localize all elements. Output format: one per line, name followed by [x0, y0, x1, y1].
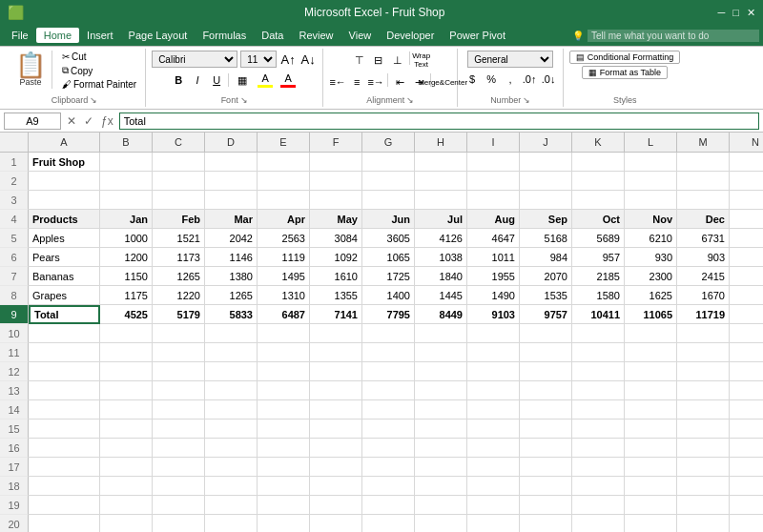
- menu-power-pivot[interactable]: Power Pivot: [442, 28, 513, 43]
- cell-j3[interactable]: [520, 191, 572, 210]
- cell-m11[interactable]: [677, 343, 730, 362]
- dec-inc-btn[interactable]: .0↑: [521, 71, 538, 88]
- cell-b17[interactable]: [100, 458, 153, 477]
- cell-i11[interactable]: [467, 343, 520, 362]
- cell-f18[interactable]: [310, 477, 362, 496]
- cell-g15[interactable]: [362, 419, 415, 439]
- cell-g11[interactable]: [362, 343, 415, 362]
- cell-j17[interactable]: [520, 458, 572, 477]
- cell-m5[interactable]: 6731: [677, 229, 730, 248]
- cell-m9[interactable]: 11719: [677, 305, 730, 324]
- cell-b5[interactable]: 1000: [100, 229, 153, 248]
- cell-m4[interactable]: Dec: [677, 210, 730, 229]
- align-right-btn[interactable]: ≡→: [367, 73, 384, 91]
- cell-i20[interactable]: [467, 515, 520, 532]
- menu-page-layout[interactable]: Page Layout: [121, 28, 196, 43]
- cell-c7[interactable]: 1265: [153, 267, 205, 286]
- cell-n17[interactable]: [730, 458, 763, 477]
- cell-m12[interactable]: [677, 362, 730, 381]
- col-header-b[interactable]: B: [100, 133, 153, 152]
- cell-i12[interactable]: [467, 362, 520, 381]
- cell-j1[interactable]: [520, 153, 572, 172]
- cell-l18[interactable]: [625, 477, 677, 496]
- cell-c1[interactable]: [153, 153, 205, 172]
- cell-j7[interactable]: 2070: [520, 267, 572, 286]
- cell-m3[interactable]: [677, 191, 730, 210]
- cell-f2[interactable]: [310, 172, 362, 191]
- cell-e7[interactable]: 1495: [258, 267, 310, 286]
- col-header-j[interactable]: J: [520, 133, 572, 152]
- cell-k11[interactable]: [572, 343, 625, 362]
- cell-n2[interactable]: [730, 172, 763, 191]
- cut-button[interactable]: ✂ Cut: [59, 51, 139, 63]
- cell-l3[interactable]: [625, 191, 677, 210]
- italic-button[interactable]: I: [189, 72, 206, 89]
- align-middle-btn[interactable]: ⊟: [370, 51, 387, 69]
- cell-n5[interactable]: [730, 229, 763, 248]
- cell-e10[interactable]: [258, 324, 310, 343]
- cell-c8[interactable]: 1220: [153, 286, 205, 305]
- cell-n7[interactable]: [730, 267, 763, 286]
- cell-b13[interactable]: [100, 381, 153, 400]
- cell-g16[interactable]: [362, 439, 415, 458]
- cell-b15[interactable]: [100, 419, 153, 439]
- cell-c17[interactable]: [153, 458, 205, 477]
- col-header-g[interactable]: G: [362, 133, 415, 152]
- cell-h3[interactable]: [415, 191, 467, 210]
- cell-a13[interactable]: [29, 381, 100, 400]
- underline-button[interactable]: U: [208, 72, 225, 89]
- cell-b14[interactable]: [100, 400, 153, 419]
- cell-h8[interactable]: 1445: [415, 286, 467, 305]
- cell-i3[interactable]: [467, 191, 520, 210]
- cell-c10[interactable]: [153, 324, 205, 343]
- col-header-f[interactable]: F: [310, 133, 362, 152]
- cell-m2[interactable]: [677, 172, 730, 191]
- cell-e20[interactable]: [258, 515, 310, 532]
- cell-c12[interactable]: [153, 362, 205, 381]
- cell-j8[interactable]: 1535: [520, 286, 572, 305]
- cell-j11[interactable]: [520, 343, 572, 362]
- cell-i14[interactable]: [467, 400, 520, 419]
- cell-d16[interactable]: [205, 439, 258, 458]
- cell-c14[interactable]: [153, 400, 205, 419]
- cell-i17[interactable]: [467, 458, 520, 477]
- cell-c19[interactable]: [153, 496, 205, 515]
- cell-m15[interactable]: [677, 419, 730, 439]
- cell-c3[interactable]: [153, 191, 205, 210]
- cell-k1[interactable]: [572, 153, 625, 172]
- cell-d8[interactable]: 1265: [205, 286, 258, 305]
- cell-d20[interactable]: [205, 515, 258, 532]
- cell-g19[interactable]: [362, 496, 415, 515]
- cell-g9[interactable]: 7795: [362, 305, 415, 324]
- number-format-select[interactable]: General: [467, 51, 553, 68]
- cell-k16[interactable]: [572, 439, 625, 458]
- cell-h2[interactable]: [415, 172, 467, 191]
- cell-a2[interactable]: [29, 172, 100, 191]
- cell-i10[interactable]: [467, 324, 520, 343]
- cell-n3[interactable]: [730, 191, 763, 210]
- cell-f9[interactable]: 7141: [310, 305, 362, 324]
- cell-h13[interactable]: [415, 381, 467, 400]
- cell-l13[interactable]: [625, 381, 677, 400]
- col-header-l[interactable]: L: [625, 133, 677, 152]
- cell-m10[interactable]: [677, 324, 730, 343]
- cell-m17[interactable]: [677, 458, 730, 477]
- formula-input[interactable]: [119, 113, 759, 130]
- cell-h9[interactable]: 8449: [415, 305, 467, 324]
- cell-d1[interactable]: [205, 153, 258, 172]
- cell-k10[interactable]: [572, 324, 625, 343]
- cell-e6[interactable]: 1119: [258, 248, 310, 267]
- cell-m1[interactable]: [677, 153, 730, 172]
- menu-file[interactable]: File: [4, 28, 36, 43]
- cell-a5[interactable]: Apples: [29, 229, 100, 248]
- cell-g7[interactable]: 1725: [362, 267, 415, 286]
- cell-l16[interactable]: [625, 439, 677, 458]
- cell-j20[interactable]: [520, 515, 572, 532]
- cell-f6[interactable]: 1092: [310, 248, 362, 267]
- cell-l5[interactable]: 6210: [625, 229, 677, 248]
- cell-h6[interactable]: 1038: [415, 248, 467, 267]
- insert-function-icon[interactable]: ƒx: [99, 114, 115, 128]
- cell-n16[interactable]: [730, 439, 763, 458]
- cell-j15[interactable]: [520, 419, 572, 439]
- col-header-n[interactable]: N: [730, 133, 763, 152]
